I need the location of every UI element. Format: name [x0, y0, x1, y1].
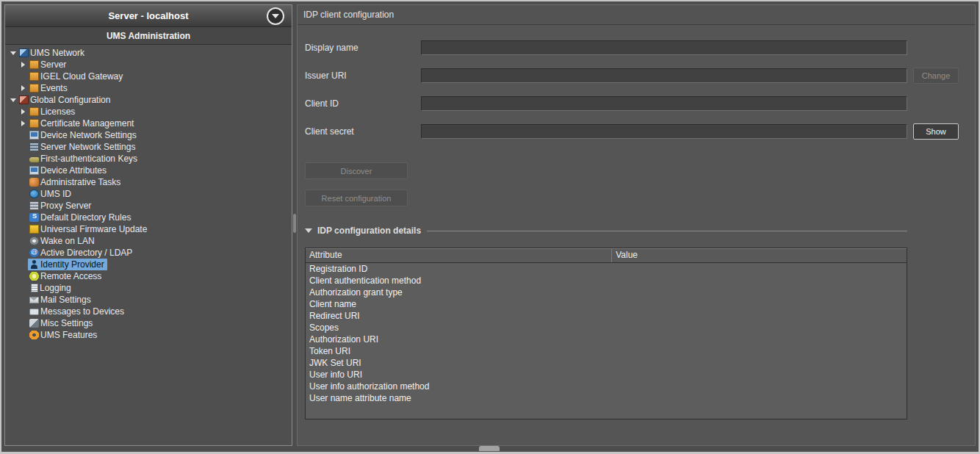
device-network-icon	[29, 131, 39, 140]
sidebar-item-device-attributes[interactable]: Device Attributes	[5, 165, 292, 176]
table-row[interactable]: Redirect URI	[306, 310, 907, 322]
client-secret-input[interactable]	[421, 124, 907, 139]
tree-row-content: Server Network Settings	[28, 141, 138, 153]
admin-tasks-icon	[29, 178, 39, 187]
sidebar-item-label: Universal Firmware Update	[40, 224, 147, 234]
tree-row-content: Administrative Tasks	[28, 176, 123, 188]
sidebar-item-default-directory-rules[interactable]: Default Directory Rules	[5, 212, 292, 223]
issuer-uri-input[interactable]	[421, 68, 907, 83]
folder-icon	[29, 119, 39, 128]
sidebar-item-server-network-settings[interactable]: Server Network Settings	[5, 141, 292, 153]
sidebar-item-licenses[interactable]: Licenses	[5, 106, 292, 118]
table-row[interactable]: JWK Set URI	[306, 357, 907, 369]
idp-table-header: AttributeValue	[306, 248, 907, 263]
ums-id-icon	[29, 190, 39, 198]
collapse-arrow-icon[interactable]	[8, 51, 18, 55]
details-title: IDP configuration details	[317, 226, 421, 236]
tree-row-content: Global Configuration	[18, 94, 113, 106]
column-header-value[interactable]: Value	[612, 248, 907, 262]
discover-button[interactable]: Discover	[305, 162, 408, 179]
table-row[interactable]: Authorization grant type	[306, 287, 907, 298]
sidebar-item-identity-provider[interactable]: Identity Provider	[5, 259, 292, 270]
server-network-icon	[29, 143, 39, 151]
sidebar-item-label: UMS Network	[30, 48, 84, 58]
folder-icon	[29, 72, 39, 81]
tree-row-content: First-authentication Keys	[28, 153, 140, 165]
change-button[interactable]: Change	[913, 68, 959, 84]
table-row[interactable]: Token URI	[306, 345, 907, 357]
sidebar-item-server[interactable]: Server	[5, 59, 292, 71]
section-divider	[427, 231, 907, 231]
show-button[interactable]: Show	[913, 123, 959, 140]
sidebar-item-label: Remote Access	[40, 271, 101, 281]
sidebar-item-active-directory-ldap[interactable]: Active Directory / LDAP	[5, 247, 292, 259]
messages-icon	[29, 309, 39, 315]
sidebar-item-label: Events	[40, 83, 68, 93]
folder-icon	[29, 107, 39, 116]
reset-configuration-button[interactable]: Reset configuration	[305, 190, 408, 206]
wake-on-lan-icon	[29, 237, 39, 245]
sidebar-item-remote-access[interactable]: Remote Access	[5, 270, 292, 282]
display-name-label: Display name	[305, 43, 421, 53]
table-row[interactable]: Client name	[306, 298, 907, 310]
tree-row-content: UMS Features	[28, 329, 100, 341]
identity-provider-icon	[29, 260, 39, 269]
tree-row-content: Misc Settings	[28, 317, 96, 329]
sidebar-item-ums-network[interactable]: UMS Network	[5, 47, 292, 59]
sidebar-item-messages-to-devices[interactable]: Messages to Devices	[5, 306, 292, 317]
table-row[interactable]: Authorization URI	[306, 334, 907, 345]
tree-row-content: UMS Network	[18, 47, 87, 59]
ums-administration-bar: UMS Administration	[5, 27, 292, 45]
sidebar-item-wake-on-lan[interactable]: Wake on LAN	[5, 235, 292, 247]
tree-row-content: Default Directory Rules	[28, 212, 134, 223]
sidebar-item-label: Proxy Server	[40, 201, 91, 211]
sidebar-item-ums-id[interactable]: UMS ID	[5, 188, 292, 200]
tree-row-content: Events	[28, 82, 71, 94]
table-row[interactable]: User info URI	[306, 369, 907, 381]
server-dropdown-button[interactable]	[267, 7, 284, 25]
sidebar-item-certificate-management[interactable]: Certificate Management	[5, 118, 292, 129]
sidebar-item-events[interactable]: Events	[5, 82, 292, 94]
collapse-arrow-icon[interactable]	[8, 98, 18, 102]
splitter-grip[interactable]	[293, 214, 296, 233]
client-id-label: Client ID	[305, 98, 421, 109]
bottom-splitter-handle[interactable]	[479, 446, 500, 451]
table-row[interactable]: User info authorization method	[306, 381, 907, 392]
idp-client-form: Display name Issuer URI Change Client ID…	[298, 25, 975, 445]
remote-access-icon	[29, 272, 39, 281]
attribute-cell: Authorization URI	[306, 334, 612, 345]
nav-tree: UMS NetworkServerIGEL Cloud GatewayEvent…	[5, 45, 292, 445]
sidebar-item-device-network-settings[interactable]: Device Network Settings	[5, 129, 292, 141]
sidebar-item-proxy-server[interactable]: Proxy Server	[5, 200, 292, 212]
sidebar-item-label: Logging	[40, 283, 71, 293]
value-cell	[612, 287, 907, 298]
table-row[interactable]: User name attribute name	[306, 392, 907, 404]
vertical-splitter[interactable]	[292, 4, 297, 446]
idp-details-header[interactable]: IDP configuration details	[305, 226, 959, 236]
sidebar-item-administrative-tasks[interactable]: Administrative Tasks	[5, 176, 292, 188]
main-panel: IDP client configuration Display name Is…	[297, 4, 976, 446]
sidebar-item-mail-settings[interactable]: Mail Settings	[5, 294, 292, 306]
issuer-uri-label: Issuer URI	[305, 71, 421, 81]
expand-arrow-icon[interactable]	[18, 120, 28, 126]
client-id-input[interactable]	[421, 96, 907, 111]
sidebar-item-first-authentication-keys[interactable]: First-authentication Keys	[5, 153, 292, 165]
sidebar-item-misc-settings[interactable]: Misc Settings	[5, 317, 292, 329]
sidebar-item-global-configuration[interactable]: Global Configuration	[5, 94, 292, 106]
device-attributes-icon	[29, 166, 39, 175]
table-row[interactable]: Client authentication method	[306, 275, 907, 287]
expand-arrow-icon[interactable]	[18, 85, 28, 91]
sidebar-item-igel-cloud-gateway[interactable]: IGEL Cloud Gateway	[5, 71, 292, 82]
sidebar-item-universal-firmware-update[interactable]: Universal Firmware Update	[5, 223, 292, 235]
collapse-section-icon[interactable]	[305, 228, 312, 233]
sidebar-item-logging[interactable]: Logging	[5, 282, 292, 294]
display-name-input[interactable]	[421, 40, 907, 55]
expand-arrow-icon[interactable]	[18, 62, 28, 68]
attribute-cell: User info URI	[306, 369, 612, 381]
chevron-down-icon	[272, 14, 279, 18]
sidebar-item-ums-features[interactable]: UMS Features	[5, 329, 292, 341]
table-row[interactable]: Registration ID	[306, 263, 907, 275]
table-row[interactable]: Scopes	[306, 322, 907, 334]
expand-arrow-icon[interactable]	[18, 109, 28, 115]
column-header-attribute[interactable]: Attribute	[306, 248, 612, 262]
